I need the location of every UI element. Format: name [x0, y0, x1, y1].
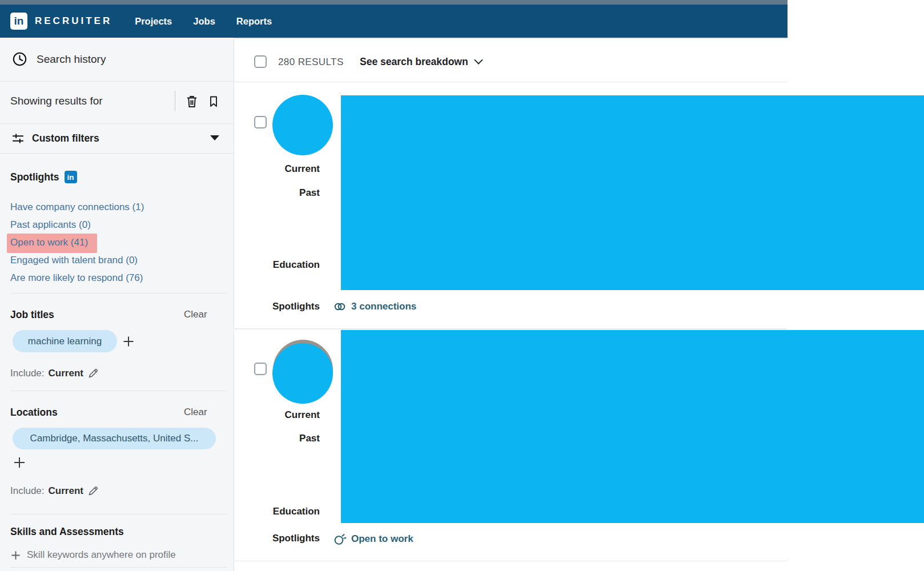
chevron-down-icon: [474, 55, 483, 65]
job-titles-clear-button[interactable]: Clear: [184, 309, 207, 320]
include-value: Current: [49, 485, 83, 497]
linkedin-badge-icon: in: [65, 171, 77, 183]
education-label: Education: [240, 259, 320, 271]
divider: [10, 514, 227, 514]
include-value: Current: [49, 368, 83, 379]
locations-title: Locations: [10, 407, 58, 419]
redacted-profile-block: [341, 95, 924, 290]
job-title-pill[interactable]: machine learning: [13, 330, 117, 352]
include-label: Include:: [10, 485, 45, 497]
locations-clear-button[interactable]: Clear: [184, 407, 207, 418]
plus-icon: [10, 550, 21, 561]
linkedin-recruiter-window: in RECRUITER Projects Jobs Reports Searc…: [0, 0, 924, 571]
primary-nav: Projects Jobs Reports: [135, 16, 272, 27]
divider: [10, 391, 227, 391]
search-history-link[interactable]: Search history: [37, 53, 106, 66]
add-job-title-button[interactable]: [122, 335, 135, 348]
connections-icon: [333, 300, 347, 313]
candidate-checkbox[interactable]: [254, 363, 267, 375]
nav-jobs[interactable]: Jobs: [193, 16, 215, 27]
card-separator: [235, 328, 787, 329]
top-navigation-bar: in RECRUITER Projects Jobs Reports: [0, 5, 788, 38]
candidate-checkbox[interactable]: [254, 116, 267, 128]
open-to-work-icon: [333, 532, 347, 546]
trash-icon[interactable]: [184, 94, 199, 108]
spotlights-label: Spotlights: [240, 533, 320, 544]
location-pill[interactable]: Cambridge, Massachusetts, United S...: [13, 428, 216, 449]
spotlight-link-past-applicants[interactable]: Past applicants (0): [10, 219, 91, 231]
see-search-breakdown-button[interactable]: See search breakdown: [360, 56, 481, 68]
connections-spotlight-link[interactable]: 3 connections: [333, 299, 416, 315]
skill-keywords-placeholder: Skill keywords anywhere on profile: [27, 549, 176, 561]
add-location-button[interactable]: [13, 456, 26, 469]
custom-filters-toggle[interactable]: Custom filters: [32, 132, 99, 144]
spotlight-value-text: 3 connections: [351, 301, 416, 312]
showing-results-label: Showing results for: [10, 95, 103, 107]
breakdown-label: See search breakdown: [360, 56, 468, 68]
divider: [0, 153, 234, 154]
divider: [0, 123, 234, 124]
spotlight-value-text: Open to work: [351, 533, 413, 545]
divider: [0, 81, 234, 82]
job-titles-title: Job titles: [10, 309, 54, 321]
candidate-avatar[interactable]: [272, 343, 333, 404]
skills-title: Skills and Assessments: [10, 526, 124, 538]
spotlight-link-likely-to-respond[interactable]: Are more likely to respond (76): [10, 272, 143, 284]
include-label: Include:: [10, 368, 45, 379]
linkedin-logo-text: in: [14, 15, 24, 27]
linkedin-logo[interactable]: in: [10, 13, 27, 30]
spotlight-link-talent-brand[interactable]: Engaged with talent brand (0): [10, 254, 138, 267]
divider: [175, 91, 175, 111]
clock-icon: [12, 51, 27, 67]
education-label: Education: [240, 506, 320, 517]
pencil-icon[interactable]: [87, 367, 99, 379]
divider: [10, 567, 227, 568]
select-all-checkbox[interactable]: [254, 55, 267, 68]
spotlights-label: Spotlights: [240, 301, 320, 312]
past-label: Past: [240, 187, 320, 199]
open-to-work-spotlight-link[interactable]: Open to work: [333, 531, 413, 547]
nav-projects[interactable]: Projects: [135, 16, 172, 27]
nav-reports[interactable]: Reports: [236, 16, 272, 27]
chevron-down-icon[interactable]: [210, 135, 219, 140]
candidate-avatar[interactable]: [272, 95, 333, 155]
divider: [235, 82, 787, 82]
divider: [235, 561, 787, 561]
spotlights-title: Spotlights: [10, 171, 59, 183]
job-titles-include-row: Include: Current: [10, 367, 99, 379]
redacted-profile-block: [341, 330, 924, 523]
divider: [10, 293, 227, 293]
spotlight-link-company-connections[interactable]: Have company connections (1): [10, 201, 144, 214]
filter-sliders-icon: [11, 132, 25, 145]
add-skill-keywords-button[interactable]: Skill keywords anywhere on profile: [10, 549, 176, 561]
current-label: Current: [240, 163, 320, 175]
current-label: Current: [240, 409, 320, 421]
results-count: 280 RESULTS: [278, 57, 344, 68]
bookmark-icon[interactable]: [207, 94, 220, 108]
locations-include-row: Include: Current: [10, 485, 99, 497]
spotlight-link-open-to-work[interactable]: Open to work (41): [7, 234, 97, 253]
recruiter-brand-label: RECRUITER: [35, 15, 112, 27]
pencil-icon[interactable]: [87, 485, 99, 497]
window-top-strip: [0, 0, 788, 5]
past-label: Past: [240, 433, 320, 444]
spotlights-header: Spotlights in: [10, 171, 77, 183]
